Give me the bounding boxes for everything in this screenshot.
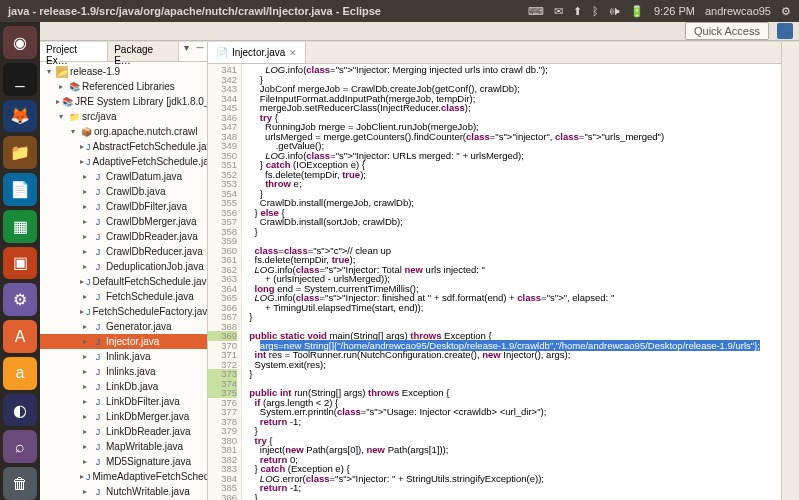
code-area[interactable]: 3413423433443453463473483493503513523533… (208, 64, 781, 500)
tree-node[interactable]: ▸JDefaultFetchSchedule.java (40, 274, 207, 289)
volume-icon[interactable]: 🕪 (609, 5, 620, 17)
tree-label: FetchSchedule.java (106, 291, 194, 302)
clock[interactable]: 9:26 PM (654, 5, 695, 17)
minimize-view-icon[interactable]: ─ (193, 42, 207, 61)
tree-node[interactable]: ▸JDeduplicationJob.java (40, 259, 207, 274)
project-explorer-view: Project Ex… Package E… ▾ ─ ▾📂release-1.9… (40, 42, 208, 500)
java-icon: J (86, 156, 91, 168)
user-menu[interactable]: andrewcao95 (705, 5, 771, 17)
tree-node[interactable]: ▸JFetchSchedule.java (40, 289, 207, 304)
tree-node[interactable]: ▸JAdaptiveFetchSchedule.java (40, 154, 207, 169)
tree-label: AdaptiveFetchSchedule.java (93, 156, 208, 167)
tree-node[interactable]: ▸JMD5Signature.java (40, 454, 207, 469)
tree-node[interactable]: ▸📚Referenced Libraries (40, 79, 207, 94)
tree-node[interactable]: ▸JGenerator.java (40, 319, 207, 334)
java-icon: J (92, 381, 104, 393)
tree-label: org.apache.nutch.crawl (94, 126, 197, 137)
tree-node[interactable]: ▸JCrawlDbReducer.java (40, 244, 207, 259)
tree-node[interactable]: ▸JCrawlDbMerger.java (40, 214, 207, 229)
window-title: java - release-1.9/src/java/org/apache/n… (8, 5, 528, 17)
java-icon: J (86, 276, 91, 288)
editor-tab-injector[interactable]: 📄 Injector.java ✕ (208, 42, 306, 63)
java-icon: J (92, 186, 104, 198)
java-icon: J (92, 411, 104, 423)
tree-label: CrawlDbReader.java (106, 231, 198, 242)
pkg-icon: 📦 (80, 126, 92, 138)
line-number-gutter: 3413423433443453463473483493503513523533… (208, 64, 242, 500)
launcher-amazon-icon[interactable]: a (3, 357, 37, 390)
launcher-calc-icon[interactable]: ▦ (3, 210, 37, 243)
tree-node[interactable]: ▸JLinkDbReader.java (40, 424, 207, 439)
tree-node[interactable]: ▸JInjector.java (40, 334, 207, 349)
tree-node[interactable]: ▸JLinkDbFilter.java (40, 394, 207, 409)
tray-icon[interactable]: ⬆ (573, 5, 582, 18)
tree-label: CrawlDbMerger.java (106, 216, 197, 227)
launcher-writer-icon[interactable]: 📄 (3, 173, 37, 206)
tray-icon[interactable]: ⌨ (528, 5, 544, 18)
launcher-software-icon[interactable]: A (3, 320, 37, 353)
launcher-firefox-icon[interactable]: 🦊 (3, 100, 37, 133)
os-top-bar: java - release-1.9/src/java/org/apache/n… (0, 0, 799, 22)
launcher-ubuntu-icon[interactable]: ◉ (3, 26, 37, 59)
tree-node[interactable]: ▸JCrawlDb.java (40, 184, 207, 199)
launcher-files-icon[interactable]: 📁 (3, 136, 37, 169)
tree-node[interactable]: ▸JLinkDbMerger.java (40, 409, 207, 424)
tray-icon[interactable]: ✉ (554, 5, 563, 18)
tree-node[interactable]: ▸JCrawlDbFilter.java (40, 199, 207, 214)
tree-node[interactable]: ▸JInlinks.java (40, 364, 207, 379)
tree-node[interactable]: ▸JAbstractFetchSchedule.java (40, 139, 207, 154)
java-file-icon: 📄 (216, 47, 228, 59)
launcher-impress-icon[interactable]: ▣ (3, 247, 37, 280)
java-icon: J (86, 306, 91, 318)
close-tab-icon[interactable]: ✕ (289, 48, 297, 58)
tree-label: LinkDbReader.java (106, 426, 191, 437)
unity-launcher: ◉ _ 🦊 📁 📄 ▦ ▣ ⚙ A a ◐ ⌕ 🗑 (0, 22, 40, 500)
launcher-terminal-icon[interactable]: _ (3, 63, 37, 96)
project-tree[interactable]: ▾📂release-1.9▸📚Referenced Libraries▸📚JRE… (40, 62, 207, 500)
tree-node[interactable]: ▸JCrawlDatum.java (40, 169, 207, 184)
tree-label: Inlink.java (106, 351, 150, 362)
tab-project-explorer[interactable]: Project Ex… (40, 42, 108, 61)
tree-node[interactable]: ▸JLinkDb.java (40, 379, 207, 394)
tree-label: MD5Signature.java (106, 456, 191, 467)
java-icon: J (86, 141, 91, 153)
launcher-settings-icon[interactable]: ⚙ (3, 283, 37, 316)
tree-label: MimeAdaptiveFetchSchedule.java (93, 471, 208, 482)
tree-node[interactable]: ▸JCrawlDbReader.java (40, 229, 207, 244)
gear-icon[interactable]: ⚙ (781, 5, 791, 18)
quick-access-field[interactable]: Quick Access (685, 22, 769, 40)
left-view-tabs: Project Ex… Package E… ▾ ─ (40, 42, 207, 62)
java-icon: J (92, 456, 104, 468)
tree-label: JRE System Library [jdk1.8.0_161] (75, 96, 207, 107)
source-text[interactable]: LOG.info(class="s">"Injector: Merging in… (242, 64, 781, 500)
tree-node[interactable]: ▸JInlink.java (40, 349, 207, 364)
tree-label: src/java (82, 111, 116, 122)
launcher-help-icon[interactable]: ⌕ (3, 430, 37, 463)
tree-node[interactable]: ▾📂release-1.9 (40, 64, 207, 79)
eclipse-toolbar: Quick Access (40, 22, 799, 41)
prj-icon: 📂 (56, 66, 68, 78)
tree-label: LinkDbFilter.java (106, 396, 180, 407)
tree-node[interactable]: ▸JMapWritable.java (40, 439, 207, 454)
bluetooth-icon[interactable]: ᛒ (592, 5, 599, 17)
workspace: Project Ex… Package E… ▾ ─ ▾📂release-1.9… (40, 41, 799, 500)
java-icon: J (92, 291, 104, 303)
java-icon: J (86, 471, 91, 483)
perspective-java-icon[interactable] (777, 23, 793, 39)
tree-label: NutchWritable.java (106, 486, 190, 497)
launcher-trash-icon[interactable]: 🗑 (3, 467, 37, 500)
tab-package-explorer[interactable]: Package E… (108, 42, 179, 61)
tree-node[interactable]: ▸📚JRE System Library [jdk1.8.0_161] (40, 94, 207, 109)
tree-node[interactable]: ▸JFetchScheduleFactory.java (40, 304, 207, 319)
tree-node[interactable]: ▸JNutchWritable.java (40, 484, 207, 499)
java-icon: J (92, 231, 104, 243)
java-icon: J (92, 261, 104, 273)
battery-icon[interactable]: 🔋 (630, 5, 644, 18)
tree-node[interactable]: ▾📦org.apache.nutch.crawl (40, 124, 207, 139)
tree-node[interactable]: ▸JMimeAdaptiveFetchSchedule.java (40, 469, 207, 484)
launcher-eclipse-icon[interactable]: ◐ (3, 394, 37, 427)
view-menu-icon[interactable]: ▾ (179, 42, 193, 61)
editor-area: 📄 Injector.java ✕ 3413423433443453463473… (208, 42, 781, 500)
system-tray: ⌨ ✉ ⬆ ᛒ 🕪 🔋 9:26 PM andrewcao95 ⚙ (528, 5, 791, 18)
tree-node[interactable]: ▾📁src/java (40, 109, 207, 124)
